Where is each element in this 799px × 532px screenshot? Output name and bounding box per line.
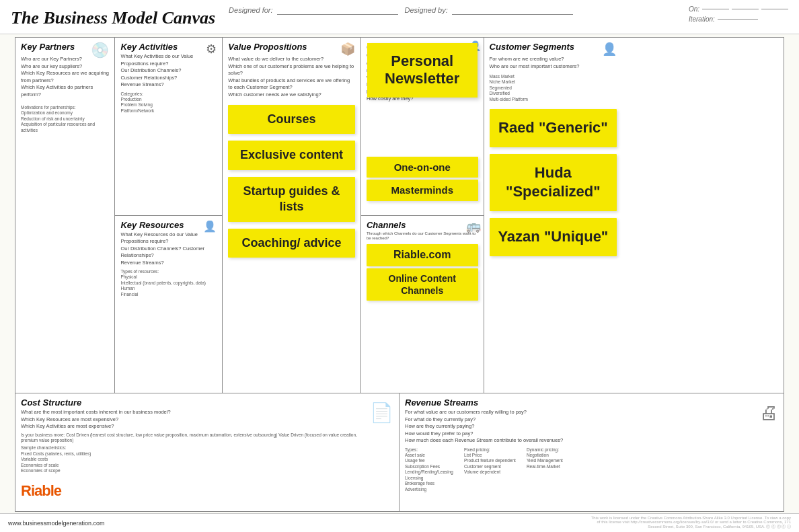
sticky-coaching[interactable]: Coaching/ advice — [228, 229, 355, 258]
revenue-sub3: Dynamic pricing:NegotiationYield Managem… — [527, 447, 563, 493]
key-activities-sub: Categories: Production Problem Solving P… — [120, 91, 217, 114]
iteration-field: Iteration: — [689, 15, 788, 23]
value-propositions-cell: Value Propositions What value do we deli… — [223, 38, 361, 393]
key-partners-icon: 💿 — [91, 42, 109, 59]
sticky-personal-newsletter[interactable]: Personal Newsletter — [367, 43, 478, 98]
canvas-rows: Key Partners Who are our Key Partners? W… — [15, 38, 784, 511]
value-prop-body: What value do we deliver to the customer… — [228, 56, 355, 98]
cost-title: Cost Structure — [21, 397, 365, 408]
channels-cell: Channels Through which Channels do our C… — [361, 216, 484, 393]
revenue-sub: Types:Asset saleUsage feeSubscription Fe… — [405, 447, 453, 493]
header-fields: Designed for: Designed by: — [229, 5, 675, 15]
on-label: On: — [689, 5, 699, 13]
cost-icon: 📄 — [370, 397, 393, 424]
cost-sub1: Is your business more: Cost Driven (lean… — [21, 432, 365, 444]
channels-body: Through which Channels do our Customer S… — [367, 231, 478, 242]
cost-sub2: Sample characteristics: Fixed Costs (sal… — [21, 445, 365, 473]
cust-rel-wrapper: Customer Relationships What type of rela… — [361, 38, 484, 393]
designed-for-line — [277, 5, 398, 15]
key-resources-sub: Types of resources: Physical Intellectua… — [120, 269, 217, 297]
key-resources-body: What Key Resources do our Value Proposit… — [120, 231, 217, 267]
channels-title: Channels — [367, 220, 478, 230]
customer-segments-cell: Customer Segments For whom are we creati… — [484, 38, 623, 393]
cust-seg-icon: 👤 — [602, 42, 617, 56]
key-partners-body: Who are our Key Partners? Who are our ke… — [21, 56, 109, 98]
on-line — [702, 9, 729, 9]
revenue-streams-cell: Revenue Streams For what value are our c… — [400, 393, 784, 511]
on-field: On: — [689, 5, 788, 13]
key-activities-body: What Key Activities do our Value Proposi… — [120, 53, 217, 89]
cust-seg-body: For whom are we creating value? Who are … — [490, 56, 617, 70]
cost-structure-cell: Cost Structure What are the most importa… — [15, 393, 400, 511]
sticky-huda[interactable]: Huda "Specialized" — [490, 154, 617, 211]
on-line3 — [761, 9, 788, 9]
designed-by-field: Designed by: — [405, 5, 573, 15]
designed-for-label: Designed for: — [229, 6, 272, 14]
customer-rel-cell: Customer Relationships What type of rela… — [361, 38, 484, 216]
key-partners-sub: Motivations for partnerships: Optimizati… — [21, 105, 109, 133]
iteration-label: Iteration: — [689, 15, 715, 23]
sticky-one-on-one[interactable]: One-on-one — [367, 157, 478, 178]
header-right: On: Iteration: — [689, 5, 788, 23]
riable-logo-container: Riable — [21, 482, 393, 500]
cust-seg-title: Customer Segments — [490, 42, 617, 52]
revenue-title: Revenue Streams — [405, 397, 754, 408]
revenue-icon: 🖨 — [759, 397, 778, 424]
key-resources-icon: 👤 — [203, 220, 217, 233]
cust-seg-small: Mass MarketNiche MarketSegmentedDiversif… — [490, 74, 617, 102]
page: The Business Model Canvas Designed for: … — [0, 0, 799, 532]
footer-url: www.businessmodelgeneration.com — [8, 520, 105, 527]
key-partners-cell: Key Partners Who are our Key Partners? W… — [15, 38, 115, 393]
row-top: Key Partners Who are our Key Partners? W… — [15, 38, 784, 393]
sticky-raed[interactable]: Raed "Generic" — [490, 109, 617, 147]
sticky-online-channels[interactable]: Online Content Channels — [367, 268, 478, 301]
canvas-frame: Key Partners Who are our Key Partners? W… — [15, 37, 784, 512]
channels-icon: 🚌 — [466, 219, 481, 233]
value-prop-icon: 📦 — [340, 42, 355, 56]
footer-legal: This work is licensed under the Creative… — [589, 516, 791, 530]
sticky-yazan[interactable]: Yazan "Unique" — [490, 218, 617, 256]
revenue-body: For what value are our customers really … — [405, 409, 754, 445]
page-title: The Business Model Canvas — [11, 5, 215, 28]
key-activities-cell: Key Activities What Key Activities do ou… — [115, 38, 222, 216]
sticky-exclusive[interactable]: Exclusive content — [228, 141, 355, 169]
designed-by-label: Designed by: — [405, 6, 448, 14]
footer-bar: www.businessmodelgeneration.com This wor… — [0, 513, 799, 532]
sticky-riable[interactable]: Riable.com — [367, 244, 478, 266]
sticky-masterminds[interactable]: Masterminds — [367, 180, 478, 201]
designed-by-line — [452, 5, 573, 15]
riable-logo: Riable — [21, 482, 61, 499]
key-activities-title: Key Activities — [120, 42, 217, 52]
designed-for-field: Designed for: — [229, 5, 397, 15]
value-prop-title: Value Propositions — [228, 42, 355, 52]
iteration-line — [718, 19, 758, 20]
sticky-startup[interactable]: Startup guides & lists — [228, 177, 355, 222]
key-resources-cell: Key Resources What Key Resources do our … — [115, 216, 222, 393]
cost-body: What are the most important costs inhere… — [21, 409, 365, 430]
sticky-courses[interactable]: Courses — [228, 105, 355, 134]
header: The Business Model Canvas Designed for: … — [0, 0, 799, 34]
row-bottom: Cost Structure What are the most importa… — [15, 393, 784, 511]
key-resources-title: Key Resources — [120, 220, 217, 230]
revenue-sub2: Fixed pricing:List PriceProduct feature … — [464, 447, 516, 493]
key-activities-icon: ⚙ — [206, 42, 217, 56]
on-line2 — [732, 9, 759, 9]
middle-col: Key Activities What Key Activities do ou… — [115, 38, 223, 393]
